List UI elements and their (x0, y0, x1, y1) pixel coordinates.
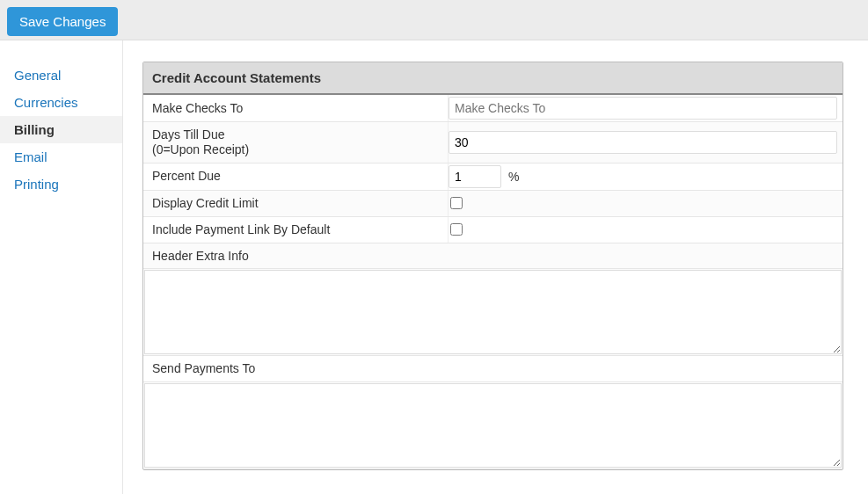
label-header-extra-info: Header Extra Info (143, 243, 842, 270)
checkbox-display-credit-limit[interactable] (450, 197, 463, 209)
sidebar-item-general[interactable]: General (0, 62, 122, 89)
row-display-credit-limit: Display Credit Limit (143, 191, 842, 217)
checkbox-include-payment-link[interactable] (450, 223, 463, 236)
label-days-till-due-sub: (0=Upon Receipt) (152, 142, 439, 157)
main-content: Credit Account Statements Make Checks To… (123, 40, 868, 494)
label-display-credit-limit: Display Credit Limit (143, 191, 448, 216)
label-send-payments-to: Send Payments To (143, 356, 842, 382)
textarea-send-payments-to[interactable] (144, 383, 842, 468)
row-send-payments-to: Send Payments To (143, 356, 842, 469)
label-percent-due: Percent Due (143, 163, 448, 190)
row-include-payment-link: Include Payment Link By Default (143, 217, 842, 243)
percent-suffix: % (508, 170, 519, 184)
input-percent-due[interactable] (449, 165, 501, 188)
row-make-checks-to: Make Checks To (143, 95, 842, 122)
label-days-till-due: Days Till Due (0=Upon Receipt) (143, 122, 448, 163)
label-include-payment-link: Include Payment Link By Default (143, 217, 448, 243)
label-days-till-due-main: Days Till Due (152, 127, 439, 142)
sidebar-item-billing[interactable]: Billing (0, 116, 122, 143)
sidebar-item-printing[interactable]: Printing (0, 171, 122, 198)
sidebar-item-email[interactable]: Email (0, 143, 122, 171)
label-make-checks-to: Make Checks To (143, 95, 448, 121)
layout: General Currencies Billing Email Printin… (0, 40, 868, 494)
row-header-extra-info: Header Extra Info (143, 243, 842, 357)
input-days-till-due[interactable] (449, 131, 837, 154)
save-button[interactable]: Save Changes (7, 7, 118, 36)
panel-title: Credit Account Statements (143, 62, 842, 95)
credit-account-statements-panel: Credit Account Statements Make Checks To… (142, 62, 843, 470)
sidebar: General Currencies Billing Email Printin… (0, 40, 123, 494)
row-percent-due: Percent Due % (143, 163, 842, 191)
toolbar: Save Changes (0, 0, 868, 40)
input-make-checks-to[interactable] (449, 97, 837, 120)
textarea-header-extra-info[interactable] (144, 270, 842, 354)
row-days-till-due: Days Till Due (0=Upon Receipt) (143, 122, 842, 163)
sidebar-item-currencies[interactable]: Currencies (0, 89, 122, 116)
